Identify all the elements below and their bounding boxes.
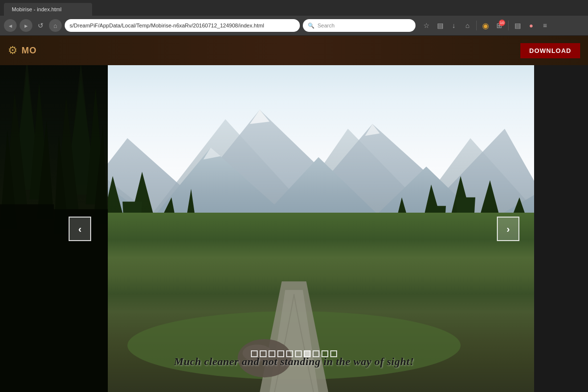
sidebar-right-forest — [54, 36, 108, 392]
caption-text: Much cleaner and not standing in the way… — [174, 355, 414, 368]
star-icon: ☆ — [423, 22, 430, 29]
addon-button-1[interactable]: ● — [525, 20, 537, 31]
list-icon: ▤ — [514, 22, 521, 29]
addon-icon-1: ● — [529, 22, 533, 29]
svg-rect-7 — [0, 204, 54, 392]
reader-icon: ▤ — [437, 22, 443, 29]
menu-icon: ≡ — [543, 22, 547, 29]
gear-icon: ⚙ — [8, 44, 18, 57]
browser-chrome: Mobirise - index.html ◂ ▸ ↺ ⌂ s/DreamPiF… — [0, 0, 588, 36]
back-icon: ◂ — [9, 22, 12, 29]
reload-icon: ↺ — [38, 22, 44, 29]
home-nav-icon: ⌂ — [466, 22, 469, 29]
slider-prev-button[interactable]: ‹ — [69, 217, 91, 241]
url-text: s/DreamPiF/AppData/Local/Temp/Mobirise-n… — [70, 23, 264, 28]
app-logo: ⚙ MO — [8, 44, 37, 57]
sidebar-right — [54, 36, 108, 392]
forward-button[interactable]: ▸ — [20, 19, 32, 32]
home-nav-button[interactable]: ⌂ — [462, 20, 473, 31]
toolbar-divider — [476, 21, 477, 30]
forward-icon: ▸ — [24, 22, 28, 29]
app-header: ⚙ MO DOWNLOAD — [0, 36, 588, 65]
browser-tabs: Mobirise - index.html — [0, 0, 588, 16]
downloads-list-button[interactable]: ▤ — [512, 20, 523, 31]
slider-container: ‹ › Much cleaner and not standing in — [54, 65, 534, 392]
toolbar-divider-2 — [508, 21, 509, 30]
prev-chevron-icon: ‹ — [78, 223, 82, 235]
sidebar-left — [0, 36, 54, 392]
toolbar-icons: ☆ ▤ ↓ ⌂ ◉ ⊞ 10 ▤ ● — [420, 20, 551, 31]
address-bar[interactable]: s/DreamPiF/AppData/Local/Temp/Mobirise-n… — [65, 19, 300, 32]
sidebar-left-forest — [0, 36, 54, 392]
reload-button[interactable]: ↺ — [35, 20, 46, 31]
tab-label: Mobirise - index.html — [12, 6, 61, 12]
download-icon: ↓ — [452, 22, 456, 29]
extensions-button[interactable]: ⊞ 10 — [493, 20, 505, 31]
search-magnifier-icon: 🔍 — [308, 23, 315, 29]
firefox-button[interactable]: ◉ — [480, 20, 491, 31]
next-chevron-icon: › — [507, 223, 510, 235]
slider-next-button[interactable]: › — [497, 217, 519, 241]
bookmark-star-button[interactable]: ☆ — [420, 20, 432, 31]
browser-toolbar: ◂ ▸ ↺ ⌂ s/DreamPiF/AppData/Local/Temp/Mo… — [0, 16, 588, 35]
search-bar[interactable]: 🔍 Search — [303, 19, 416, 32]
slider-image: ‹ › Much cleaner and not standing in — [54, 65, 534, 392]
download-app-button[interactable]: DOWNLOAD — [520, 43, 580, 58]
main-area: ⚙ MO DOWNLOAD — [0, 36, 588, 392]
app-name: MO — [22, 46, 37, 56]
menu-button[interactable]: ≡ — [539, 20, 551, 31]
slider-caption: Much cleaner and not standing in the way… — [54, 355, 534, 368]
browser-tab-active[interactable]: Mobirise - index.html — [4, 3, 92, 16]
back-button[interactable]: ◂ — [4, 19, 17, 32]
download-button[interactable]: ↓ — [448, 20, 460, 31]
extension-badge: 10 — [499, 20, 505, 26]
firefox-icon: ◉ — [482, 21, 489, 30]
reader-view-button[interactable]: ▤ — [434, 20, 446, 31]
home-icon: ⌂ — [53, 22, 57, 29]
home-button[interactable]: ⌂ — [49, 19, 62, 32]
search-placeholder: Search — [318, 23, 335, 28]
